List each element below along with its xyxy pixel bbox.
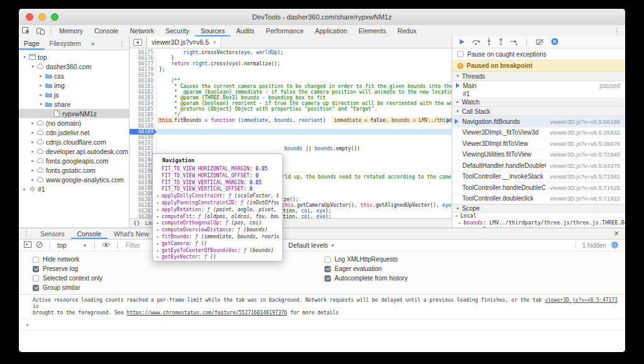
line-number[interactable]: 66177 (130, 61, 157, 67)
editor-tab[interactable]: viewer3D.js?v=v6.5 × (147, 36, 221, 48)
console-sidebar-icon[interactable] (24, 241, 31, 249)
line-number[interactable]: 66185 (130, 106, 157, 112)
disclosure-right-icon[interactable]: ▸ (38, 83, 44, 88)
more-tabs-icon[interactable]: » (86, 36, 100, 50)
step-out-icon[interactable] (498, 36, 504, 48)
object-property-computefit[interactable]: ▸computeFit: ƒ (oldpos, oldcoi, fov, bou… (157, 214, 279, 221)
disclosure-down-icon[interactable]: ▾ (21, 55, 28, 60)
tab-page[interactable]: Page (19, 36, 45, 50)
tree-item-cdnjs-cloudflare-com[interactable]: ▸cdnjs.cloudflare.com (19, 137, 129, 146)
tab-memory[interactable]: Memory (53, 25, 89, 36)
collapse-navigator-icon[interactable] (130, 36, 147, 48)
code-line-66183[interactable]: 66183 * @param {THREE.Box3} bounds - bou… (130, 95, 452, 101)
line-number[interactable]: 66175 (130, 50, 157, 55)
code-line-66192[interactable]: 66192bounds || bounds.empty()) (130, 146, 452, 152)
context-selector[interactable]: top ▼ (57, 241, 87, 249)
tree-item-1[interactable]: ▸#1 (19, 184, 129, 194)
disclosure-right-icon[interactable]: ▸ (38, 74, 44, 79)
tab-elements[interactable]: Elements (353, 25, 392, 36)
checkbox-selected-context-only[interactable] (33, 275, 39, 282)
checkbox-hide-network[interactable] (33, 256, 39, 263)
disclosure-right-icon[interactable]: ▸ (30, 121, 36, 126)
code-line-66188[interactable]: 66188 (130, 123, 452, 129)
callstack-frame-viewer3dimpl-fittoview3d[interactable]: Viewer3DImpl._fitToView3dviewer3D.js?v=v… (452, 128, 625, 139)
object-property-computeorthogonalup[interactable]: ▸computeOrthogonalUp: ƒ (pos, coi) (157, 220, 279, 227)
object-property-getcamera[interactable]: ▸getCamera: ƒ () (157, 241, 279, 248)
line-number[interactable]: 66180 (130, 78, 157, 84)
watch-section-header[interactable]: ▸ Watch (452, 97, 625, 107)
checkbox-group-similar[interactable] (33, 285, 39, 291)
code-line-66190[interactable]: 66190 (130, 135, 452, 140)
close-drawer-icon[interactable]: ✕ (608, 229, 625, 238)
checkbox-log-xmlhttprequests[interactable] (325, 256, 331, 263)
disclosure-right-icon[interactable]: ▸ (30, 177, 36, 182)
main-menu-icon[interactable]: ⋮ (608, 27, 625, 35)
tree-item-js[interactable]: ▸js (19, 90, 129, 99)
object-property-applypanningconstraint2d[interactable]: ▸applyPanningConstraint2D: ƒ (inOutOffse… (157, 200, 279, 207)
disclosure-down-icon[interactable]: ▾ (30, 64, 36, 69)
step-over-icon[interactable] (472, 36, 480, 48)
line-number[interactable]: 66188 (130, 123, 157, 129)
tab-application[interactable]: Application (309, 25, 353, 36)
code-line-66184[interactable]: 66184 * @param {boolean} reorient - if t… (130, 101, 452, 106)
step-icon[interactable] (510, 36, 518, 48)
disclosure-down-icon[interactable]: ▾ (38, 102, 44, 107)
callstack-frame-toolcontroller-invokestack[interactable]: ToolController.__invokeStackviewer3D.js?… (452, 172, 625, 183)
code-line-66187[interactable]: 66187this.fitBounds = function (immediat… (130, 118, 452, 123)
object-property-fit-to-view-vertical-margin[interactable]: FIT_TO_VIEW_VERTICAL_MARGIN: 0.05 (157, 180, 279, 187)
navigator-menu-icon[interactable]: ⋮ (115, 40, 130, 47)
scope-section-header[interactable]: ▾ Scope (452, 204, 625, 212)
object-property-fit-to-view-vertical-offset[interactable]: FIT_TO_VIEW_VERTICAL_OFFSET: 0 (157, 186, 279, 193)
code-line-66177[interactable]: 66177 return right.cross(eye).normalize(… (130, 61, 452, 67)
chromestatus-link[interactable]: https://www.chromestatus.com/feature/552… (126, 310, 287, 316)
tab-redux[interactable]: Redux (392, 25, 422, 36)
code-line-66175[interactable]: 66175 right.crossVectors(eye, worldUp); (130, 50, 452, 55)
code-line-66186[interactable]: 66186 */ (130, 112, 452, 118)
callstack-frame-navigation-fitbounds[interactable]: Navigation.fitBoundsviewer3D.js?v=v6.5:6… (452, 116, 625, 128)
line-number[interactable]: 66178 (130, 67, 157, 72)
code-line-66191[interactable]: 66191 (130, 140, 452, 146)
checkbox-preserve-log[interactable] (33, 266, 39, 272)
code-line-66189[interactable]: 66189 (130, 129, 452, 135)
tab-audits[interactable]: Audits (230, 25, 260, 36)
disclosure-right-icon[interactable]: ▸ (30, 140, 36, 145)
checkbox-eager-evaluation[interactable] (325, 266, 331, 272)
callstack-section-header[interactable]: ▾ Call Stack (452, 107, 625, 116)
object-property-geteyevector[interactable]: ▸getEyeVector: ƒ () (157, 254, 279, 261)
callstack-frame-toolcontroller-doubleclick[interactable]: ToolController.doubleclickviewer3D.js?v=… (452, 194, 625, 205)
disclosure-right-icon[interactable]: ▸ (30, 130, 36, 135)
clear-console-icon[interactable] (36, 241, 43, 250)
callstack-frame-toolcontroller-handledoubleclick[interactable]: ToolController.handleDoubleClickviewer3D… (452, 182, 625, 194)
code-line-66185[interactable]: 66185 * @returns {Object} Object with pr… (130, 106, 452, 112)
code-line-66180[interactable]: 66180 /** (130, 78, 452, 84)
pause-on-exceptions-icon[interactable] (551, 36, 558, 48)
pause-caught-checkbox[interactable] (457, 51, 464, 57)
object-property-fitbounds[interactable]: ▸fitBounds: ƒ (immediate, bounds, reorie… (157, 234, 279, 241)
line-number[interactable]: 66184 (130, 101, 157, 106)
callstack-frame-viewingutilities-fittoview[interactable]: ViewingUtilities.fitToViewviewer3D.js?v=… (452, 150, 625, 161)
eye-icon[interactable] (102, 241, 110, 249)
tree-item-top[interactable]: ▾top (19, 52, 129, 62)
pretty-print-icon[interactable]: {} (133, 220, 140, 226)
tab-security[interactable]: Security (160, 25, 195, 36)
line-number[interactable]: 66183 (130, 95, 157, 101)
tree-item-share[interactable]: ▾share (19, 99, 129, 109)
log-levels-selector[interactable]: Default levels ▼ (289, 241, 335, 249)
tree-item-www-google-analytics-com[interactable]: ▸www.google-analytics.com (19, 175, 129, 184)
code-line-66182[interactable]: 66182 * @param {boolean} immediate - if … (130, 89, 452, 95)
thread-worker[interactable]: #1 (452, 90, 625, 97)
step-into-icon[interactable] (486, 36, 492, 48)
tab-console[interactable]: Console (89, 25, 125, 36)
tree-item-no-domain[interactable]: ▸(no domain) (19, 118, 129, 128)
thread-main[interactable]: Main paused (452, 81, 625, 90)
object-property-computeoverviewdistance[interactable]: ▸computeOverviewDistance: ƒ (bounds) (157, 227, 279, 234)
code-line-66178[interactable]: 66178}; (130, 67, 452, 72)
object-property-applydollyconstraint[interactable]: ▸applyDollyConstraint: ƒ (scaleFactor, b… (157, 193, 279, 200)
disclosure-right-icon[interactable]: ▸ (30, 168, 36, 173)
tree-item-fonts-googleapis-com[interactable]: ▸fonts.googleapis.com (19, 156, 129, 165)
disclosure-right-icon[interactable]: ▸ (21, 187, 28, 192)
checkbox-autocomplete-from-history[interactable] (325, 275, 331, 282)
tab-filesystem[interactable]: Filesystem (45, 36, 86, 50)
threads-section-header[interactable]: ▾ Threads (452, 72, 625, 81)
tab-performance[interactable]: Performance (260, 25, 309, 36)
